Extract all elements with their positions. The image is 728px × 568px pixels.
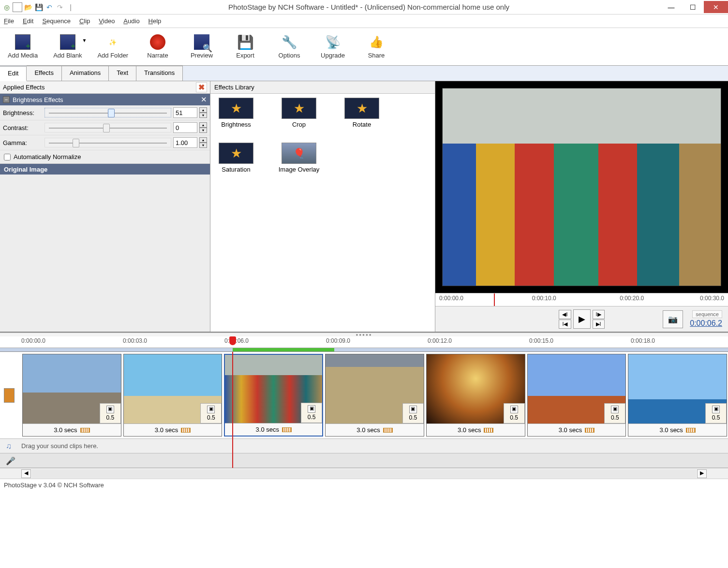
left-panels: Applied Effects ✖ − Brightness Effects ✕… <box>0 81 435 332</box>
timeline-ruler[interactable]: 0:00:00.0 0:00:03.0 0:00:06.0 0:00:09.0 … <box>0 336 728 348</box>
dropdown-arrow-icon[interactable]: ▼ <box>82 38 87 43</box>
scroll-right-button[interactable]: ▶ <box>697 469 707 478</box>
snapshot-button[interactable]: 📷 <box>663 310 683 328</box>
clip-duration: 3.0 secs <box>155 426 178 434</box>
transition-badge[interactable]: ▣0.5 <box>200 403 222 423</box>
gamma-input[interactable] <box>173 137 197 148</box>
next-frame-button[interactable]: I▶ <box>593 310 605 319</box>
main-toolbar: ＋ Add Media ＋ Add Blank ▼ ✨ Add Folder N… <box>0 28 728 66</box>
menu-help[interactable]: Help <box>149 17 162 25</box>
add-folder-button[interactable]: ✨ Add Folder <box>89 28 136 65</box>
tab-animations[interactable]: Animations <box>62 66 109 81</box>
new-icon[interactable]: ▫ <box>13 2 22 12</box>
brightness-spinner[interactable]: ▲▼ <box>199 107 207 118</box>
transition-badge[interactable]: ▣0.5 <box>301 403 322 423</box>
tab-text[interactable]: Text <box>109 66 136 81</box>
original-image-header[interactable]: Original Image <box>0 164 210 175</box>
transition-badge[interactable]: ▣0.5 <box>504 403 525 423</box>
timecode-display[interactable]: 0:00:06.2 <box>690 319 722 328</box>
ruler-tick: 0:00:06.0 <box>224 337 249 344</box>
menu-audio[interactable]: Audio <box>123 17 139 25</box>
timeline-clip[interactable]: ▣0.5 3.0 secs <box>325 354 424 437</box>
maximize-button[interactable]: ☐ <box>682 1 704 13</box>
section-title: Brightness Effects <box>13 96 63 103</box>
narration-track-row[interactable]: 🎤 <box>0 453 728 468</box>
collapse-icon[interactable]: − <box>3 96 10 103</box>
transition-badge[interactable]: ▣0.5 <box>402 403 424 423</box>
status-text: PhotoStage v 3.04 © NCH Software <box>4 481 104 489</box>
contrast-slider[interactable] <box>45 123 171 132</box>
transition-badge[interactable]: ▣0.5 <box>100 403 121 423</box>
timeline-clip[interactable]: ▣0.5 3.0 secs <box>628 354 727 437</box>
track-handle[interactable] <box>4 388 15 403</box>
timeline-clip[interactable]: ▣0.5 3.0 secs <box>123 354 223 437</box>
effect-saturation[interactable]: ★ Saturation <box>214 143 258 173</box>
open-icon[interactable]: 📂 <box>23 2 33 12</box>
export-button[interactable]: 💾 Export <box>223 28 267 65</box>
add-media-button[interactable]: ＋ Add Media <box>0 28 45 65</box>
clip-duration: 3.0 secs <box>54 426 77 434</box>
brightness-slider[interactable] <box>45 108 171 117</box>
preview-ruler[interactable]: 0:00:00.0 0:00:10.0 0:00:20.0 0:00:30.0 <box>435 293 728 306</box>
auto-normalize-checkbox[interactable] <box>4 154 11 160</box>
tab-effects[interactable]: Effects <box>27 66 62 81</box>
effect-thumb-icon: ★ <box>282 98 316 119</box>
contrast-spinner[interactable]: ▲▼ <box>199 122 207 133</box>
menu-sequence[interactable]: Sequence <box>42 17 71 25</box>
add-blank-button[interactable]: ＋ Add Blank ▼ <box>45 28 89 65</box>
timeline-clip-selected[interactable]: ▣0.5 3.0 secs <box>224 354 323 437</box>
save-icon[interactable]: 💾 <box>34 2 44 12</box>
timeline-playhead[interactable] <box>229 336 236 345</box>
effect-crop[interactable]: ★ Crop <box>277 98 321 128</box>
menu-clip[interactable]: Clip <box>79 17 90 25</box>
preview-button[interactable]: 🔍 Preview <box>180 28 223 65</box>
undo-icon[interactable]: ↶ <box>45 2 54 12</box>
effect-rotate[interactable]: ★ Rotate <box>340 98 384 128</box>
contrast-input[interactable] <box>173 122 197 133</box>
narrate-button[interactable]: Narrate <box>136 28 179 65</box>
scrollbar-track[interactable] <box>32 469 696 478</box>
tab-edit[interactable]: Edit <box>0 66 27 81</box>
minimize-button[interactable]: — <box>660 1 682 13</box>
share-button[interactable]: 👍 Share <box>355 28 398 65</box>
timeline-clip[interactable]: ▣0.5 3.0 secs <box>527 354 626 437</box>
remove-effect-button[interactable]: ✖ <box>196 82 207 92</box>
timeline-clip[interactable]: ▣0.5 3.0 secs <box>22 354 121 437</box>
panel-resize-grabber[interactable]: ●●●●● <box>0 333 728 336</box>
gamma-slider[interactable] <box>45 138 171 147</box>
close-button[interactable]: ✕ <box>704 1 728 13</box>
transition-badge[interactable]: ▣0.5 <box>604 403 625 423</box>
menu-edit[interactable]: Edit <box>23 17 33 25</box>
goto-end-button[interactable]: ▶I <box>593 320 605 329</box>
scroll-left-button[interactable]: ◀ <box>21 469 31 478</box>
transition-icon: ▣ <box>611 406 619 413</box>
audio-track-row[interactable]: ♫ Drag your sound clips here. <box>0 439 728 453</box>
effects-library-panel: Effects Library ★ Brightness ★ Crop ★ Ro… <box>210 81 435 332</box>
effect-thumb-icon: ★ <box>344 98 379 119</box>
transition-badge[interactable]: ▣0.5 <box>705 403 727 423</box>
prev-frame-button[interactable]: ◀I <box>559 310 571 319</box>
upgrade-button[interactable]: 📡 Upgrade <box>311 28 355 65</box>
quick-access-toolbar: ◎ ▫ 📂 💾 ↶ ↷ | <box>0 2 77 12</box>
goto-start-button[interactable]: I◀ <box>559 320 571 329</box>
duration-bars-icon <box>686 428 696 433</box>
preview-playhead[interactable] <box>494 293 495 306</box>
effect-image-overlay[interactable]: 🎈 Image Overlay <box>277 143 321 173</box>
timeline-scrollbar[interactable]: ◀ ▶ <box>0 468 728 479</box>
ruler-tick: 0:00:30.0 <box>700 295 724 302</box>
menu-file[interactable]: File <box>4 17 14 25</box>
status-bar: PhotoStage v 3.04 © NCH Software <box>0 479 728 491</box>
tab-transitions[interactable]: Transitions <box>136 66 183 81</box>
brightness-effects-header[interactable]: − Brightness Effects ✕ <box>0 94 210 105</box>
timeline-clip[interactable]: ▣0.5 3.0 secs <box>426 354 525 437</box>
options-button[interactable]: 🔧 Options <box>267 28 311 65</box>
effect-brightness[interactable]: ★ Brightness <box>214 98 258 128</box>
audio-hint-text: Drag your sound clips here. <box>21 442 98 450</box>
gamma-spinner[interactable]: ▲▼ <box>199 137 207 148</box>
play-button[interactable]: ▶ <box>573 309 591 329</box>
redo-icon[interactable]: ↷ <box>55 2 65 12</box>
menu-video[interactable]: Video <box>99 17 115 25</box>
close-section-button[interactable]: ✕ <box>201 95 207 104</box>
video-clips-row[interactable]: ▣0.5 3.0 secs ▣0.5 3.0 secs ▣0.5 3.0 sec… <box>0 352 728 439</box>
brightness-input[interactable] <box>173 107 197 118</box>
